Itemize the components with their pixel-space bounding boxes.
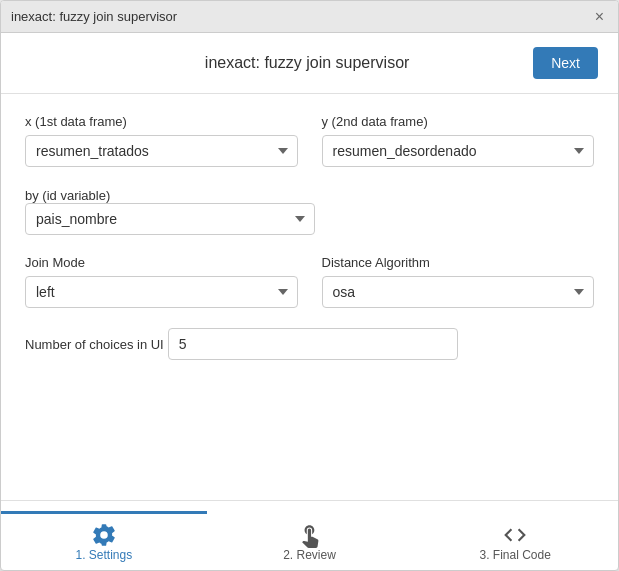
dialog-title: inexact: fuzzy join supervisor [81, 54, 533, 72]
num-choices-input[interactable] [168, 328, 458, 360]
dialog-window: inexact: fuzzy join supervisor × inexact… [0, 0, 619, 571]
distance-algo-group: Distance Algorithm osa [322, 255, 595, 308]
by-select-wrapper: pais_nombre [25, 203, 315, 235]
title-bar: inexact: fuzzy join supervisor × [1, 1, 618, 33]
dialog-header: inexact: fuzzy join supervisor Next [1, 33, 618, 94]
y-label: y (2nd data frame) [322, 114, 595, 129]
by-section: by (id variable) pais_nombre [25, 187, 594, 235]
x-frame-group: x (1st data frame) resumen_tratados [25, 114, 298, 167]
join-distance-row: Join Mode left Distance Algorithm osa [25, 255, 594, 308]
distance-algo-select[interactable]: osa [322, 276, 595, 308]
num-choices-section: Number of choices in UI [25, 328, 594, 360]
x-label: x (1st data frame) [25, 114, 298, 129]
close-button[interactable]: × [591, 9, 608, 25]
hand-icon [297, 522, 323, 548]
tab-review[interactable]: 2. Review [207, 511, 413, 570]
tab-final-code-label: 3. Final Code [479, 548, 550, 562]
y-select[interactable]: resumen_desordenado [322, 135, 595, 167]
tab-review-label: 2. Review [283, 548, 336, 562]
gear-icon [91, 522, 117, 548]
window-title: inexact: fuzzy join supervisor [11, 9, 177, 24]
tab-settings-label: 1. Settings [75, 548, 132, 562]
form-content: x (1st data frame) resumen_tratados y (2… [1, 94, 618, 500]
tab-settings[interactable]: 1. Settings [1, 511, 207, 570]
code-icon [502, 522, 528, 548]
distance-algo-select-wrapper: osa [322, 276, 595, 308]
y-select-wrapper: resumen_desordenado [322, 135, 595, 167]
num-choices-label: Number of choices in UI [25, 337, 164, 352]
by-select[interactable]: pais_nombre [25, 203, 315, 235]
distance-algo-label: Distance Algorithm [322, 255, 595, 270]
y-frame-group: y (2nd data frame) resumen_desordenado [322, 114, 595, 167]
join-mode-select[interactable]: left [25, 276, 298, 308]
x-select[interactable]: resumen_tratados [25, 135, 298, 167]
join-mode-label: Join Mode [25, 255, 298, 270]
x-select-wrapper: resumen_tratados [25, 135, 298, 167]
footer-tabs: 1. Settings 2. Review 3. Final Code [1, 500, 618, 570]
join-mode-group: Join Mode left [25, 255, 298, 308]
by-label: by (id variable) [25, 188, 110, 203]
tab-final-code[interactable]: 3. Final Code [412, 511, 618, 570]
xy-row: x (1st data frame) resumen_tratados y (2… [25, 114, 594, 167]
join-mode-select-wrapper: left [25, 276, 298, 308]
next-button[interactable]: Next [533, 47, 598, 79]
